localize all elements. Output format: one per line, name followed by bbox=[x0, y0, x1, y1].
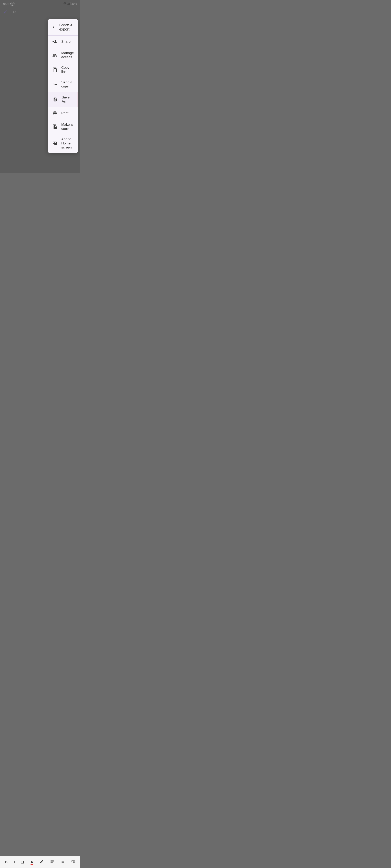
wifi-icon bbox=[63, 2, 66, 5]
menu-item-make-a-copy[interactable]: Make a copy bbox=[48, 119, 78, 134]
battery-icon: 28% bbox=[72, 2, 77, 5]
send-a-copy-label: Send a copy bbox=[61, 80, 74, 89]
top-toolbar: ✓ ↩ bbox=[0, 6, 80, 18]
svg-rect-3 bbox=[69, 3, 69, 5]
save-icon bbox=[52, 97, 58, 102]
threads-icon bbox=[10, 2, 15, 6]
people-icon bbox=[52, 52, 58, 58]
menu-item-send-a-copy[interactable]: Send a copy bbox=[48, 77, 78, 92]
check-icon[interactable]: ✓ bbox=[3, 9, 8, 15]
status-right: 28% bbox=[63, 2, 77, 5]
send-icon bbox=[52, 82, 58, 87]
svg-rect-2 bbox=[68, 3, 69, 5]
svg-rect-1 bbox=[67, 4, 68, 5]
menu-item-share[interactable]: Share bbox=[48, 36, 78, 48]
manage-access-label: Manage access bbox=[61, 51, 74, 59]
menu-item-manage-access[interactable]: Manage access bbox=[48, 48, 78, 62]
menu-item-print[interactable]: Print bbox=[48, 107, 78, 119]
share-label: Share bbox=[61, 40, 71, 44]
add-to-home-label: Add to Home screen bbox=[61, 137, 74, 150]
print-icon bbox=[52, 111, 58, 116]
svg-rect-4 bbox=[70, 2, 71, 5]
copy-link-label: Copy link bbox=[61, 66, 74, 74]
status-bar: 9:02 28% bbox=[0, 0, 80, 6]
menu-back-button[interactable] bbox=[52, 25, 56, 30]
menu-title: Share & export bbox=[59, 23, 74, 32]
home-add-icon bbox=[52, 141, 58, 146]
menu-item-save-as[interactable]: Save As bbox=[48, 92, 78, 107]
make-copy-icon bbox=[52, 124, 58, 130]
signal-icon bbox=[67, 2, 71, 5]
status-left: 9:02 bbox=[3, 2, 15, 6]
share-export-menu: Share & export Share Manage access Copy … bbox=[48, 19, 78, 153]
copy-link-icon bbox=[52, 67, 58, 73]
menu-item-add-to-home[interactable]: Add to Home screen bbox=[48, 134, 78, 153]
save-as-label: Save As bbox=[62, 95, 74, 103]
undo-icon[interactable]: ↩ bbox=[12, 9, 16, 15]
person-add-icon bbox=[52, 39, 58, 44]
make-a-copy-label: Make a copy bbox=[61, 123, 74, 131]
menu-item-copy-link[interactable]: Copy link bbox=[48, 62, 78, 77]
print-label: Print bbox=[61, 111, 68, 115]
menu-header: Share & export bbox=[48, 19, 78, 35]
svg-point-0 bbox=[64, 5, 65, 5]
status-time: 9:02 bbox=[3, 2, 9, 5]
